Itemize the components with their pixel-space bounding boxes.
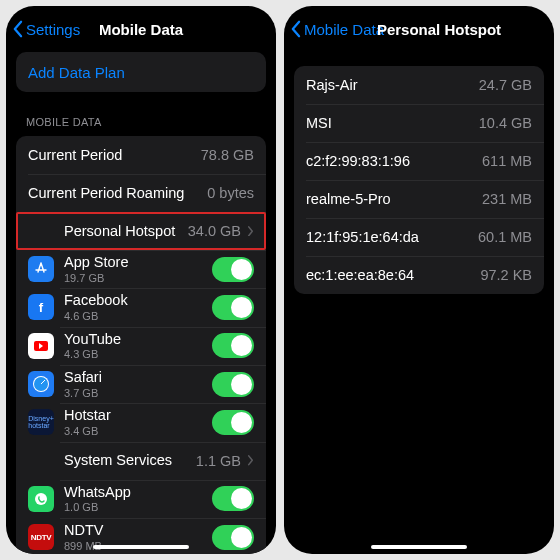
hotstar-icon: Disney+hotstar [28,409,54,435]
toggle[interactable] [212,257,254,282]
hotspot-client-row[interactable]: 12:1f:95:1e:64:da 60.1 MB [294,218,544,256]
app-row[interactable]: WhatsApp1.0 GB [16,480,266,518]
app-usage: 3.7 GB [64,387,206,400]
toggle[interactable] [212,372,254,397]
app-row[interactable]: Safari3.7 GB [16,365,266,403]
chevron-right-icon [247,226,254,237]
client-usage: 10.4 GB [479,115,532,131]
youtube-icon [28,333,54,359]
app-name: NDTV [64,522,206,539]
toggle[interactable] [212,525,254,550]
hotspot-client-row[interactable]: ec:1:ee:ea:8e:64 97.2 KB [294,256,544,294]
personal-hotspot-value: 34.0 GB [188,223,241,239]
client-name: Rajs-Air [306,77,473,94]
app-usage: 4.3 GB [64,348,206,361]
current-period-row[interactable]: Current Period 78.8 GB [16,136,266,174]
back-button[interactable]: Settings [12,20,80,38]
toggle[interactable] [212,333,254,358]
hotspot-client-row[interactable]: Rajs-Air 24.7 GB [294,66,544,104]
whatsapp-icon [28,486,54,512]
app-name: Facebook [64,292,206,309]
roaming-label: Current Period Roaming [28,185,201,202]
app-usage: 4.6 GB [64,310,206,323]
blank-icon [28,218,54,244]
appstore-icon [28,256,54,282]
app-usage: 3.4 GB [64,425,206,438]
roaming-value: 0 bytes [207,185,254,201]
content: Add Data Plan MOBILE DATA Current Period… [6,46,276,554]
chevron-left-icon [12,20,23,38]
hotspot-client-row[interactable]: realme-5-Pro 231 MB [294,180,544,218]
app-row[interactable]: Disney+hotstar Hotstar3.4 GB [16,403,266,441]
content: Rajs-Air 24.7 GB MSI 10.4 GB c2:f2:99:83… [284,46,554,554]
ndtv-icon: NDTV [28,524,54,550]
nav-bar: Settings Mobile Data [6,6,276,46]
facebook-icon: f [28,294,54,320]
app-name: Safari [64,369,206,386]
toggle[interactable] [212,295,254,320]
current-period-label: Current Period [28,147,195,164]
nav-bar: Mobile Data Personal Hotspot [284,6,554,46]
app-name: WhatsApp [64,484,206,501]
back-button[interactable]: Mobile Data [290,20,384,38]
system-services-label: System Services [64,452,190,469]
back-label: Settings [26,21,80,38]
client-name: 12:1f:95:1e:64:da [306,229,472,246]
blank-icon [28,448,54,474]
hotspot-client-row[interactable]: c2:f2:99:83:1:96 611 MB [294,142,544,180]
client-name: ec:1:ee:ea:8e:64 [306,267,474,284]
home-indicator[interactable] [371,545,467,549]
add-data-plan[interactable]: Add Data Plan [16,52,266,92]
current-period-value: 78.8 GB [201,147,254,163]
left-screen: Settings Mobile Data Add Data Plan MOBIL… [6,6,276,554]
system-services-value: 1.1 GB [196,453,241,469]
client-usage: 24.7 GB [479,77,532,93]
toggle[interactable] [212,486,254,511]
chevron-left-icon [290,20,301,38]
client-usage: 231 MB [482,191,532,207]
client-name: MSI [306,115,473,132]
app-usage: 19.7 GB [64,272,206,285]
app-name: App Store [64,254,206,271]
roaming-row[interactable]: Current Period Roaming 0 bytes [16,174,266,212]
app-usage: 1.0 GB [64,501,206,514]
home-indicator[interactable] [93,545,189,549]
app-row[interactable]: App Store19.7 GB [16,250,266,288]
chevron-right-icon [247,455,254,466]
app-name: YouTube [64,331,206,348]
system-services-row[interactable]: System Services 1.1 GB [16,442,266,480]
safari-icon [28,371,54,397]
app-name: Hotstar [64,407,206,424]
section-header: MOBILE DATA [6,102,276,132]
toggle[interactable] [212,410,254,435]
app-row[interactable]: f Facebook4.6 GB [16,288,266,326]
svg-point-2 [35,493,47,505]
personal-hotspot-label: Personal Hotspot [64,223,182,240]
personal-hotspot-row[interactable]: Personal Hotspot 34.0 GB [16,212,266,250]
hotspot-client-row[interactable]: MSI 10.4 GB [294,104,544,142]
right-screen: Mobile Data Personal Hotspot Rajs-Air 24… [284,6,554,554]
client-usage: 97.2 KB [480,267,532,283]
client-name: c2:f2:99:83:1:96 [306,153,476,170]
client-name: realme-5-Pro [306,191,476,208]
client-usage: 60.1 MB [478,229,532,245]
client-usage: 611 MB [482,153,532,169]
back-label: Mobile Data [304,21,384,38]
app-row[interactable]: YouTube4.3 GB [16,327,266,365]
